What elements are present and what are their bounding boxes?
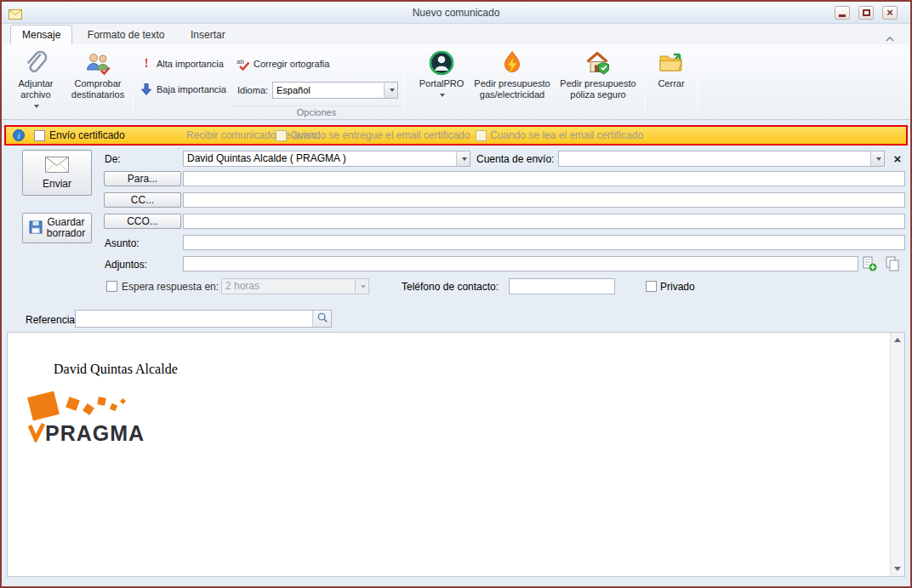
de-combo[interactable]: David Quintas Alcalde ( PRAGMA ) [183, 151, 470, 167]
ribbon-separator [403, 49, 404, 113]
low-importance-icon [140, 83, 153, 96]
de-label: De: [105, 153, 121, 165]
envio-certificado-checkbox[interactable] [34, 130, 45, 141]
add-attachment-button[interactable] [862, 256, 879, 271]
cco-button[interactable]: CCO... [104, 214, 181, 229]
referencia-search-button[interactable] [312, 311, 331, 327]
guardar-borrador-button[interactable]: Guardar borrador [22, 213, 92, 243]
scroll-up-button[interactable] [891, 333, 904, 347]
titlebar: Nuevo comunicado × [2, 2, 910, 24]
privado-checkbox[interactable] [646, 281, 657, 292]
cuenta-envio-dropdown-icon[interactable] [870, 151, 884, 166]
cuenta-envio-label: Cuenta de envío: [476, 153, 554, 165]
clear-icon: × [894, 151, 902, 166]
espera-respuesta-label: Espera respuesta en: [122, 281, 219, 293]
collapse-ribbon-icon[interactable] [885, 31, 895, 37]
ribbon-separator [133, 49, 134, 113]
cco-input[interactable] [183, 214, 905, 229]
send-envelope-icon [45, 157, 69, 175]
paperclip-icon [22, 49, 49, 77]
gas-electricity-icon [499, 49, 526, 77]
cc-button[interactable]: CC... [104, 192, 181, 208]
de-dropdown-icon[interactable] [456, 151, 470, 166]
espera-respuesta-value: 2 horas [222, 279, 355, 294]
de-value: David Quintas Alcalde ( PRAGMA ) [184, 151, 456, 166]
corregir-ortografia-button[interactable]: ab Corregir ortografia [237, 56, 329, 71]
logo-shape [66, 397, 80, 411]
portalpro-icon [428, 49, 455, 77]
scroll-up-icon [894, 338, 901, 342]
tab-insertar[interactable]: Insertar [180, 26, 237, 45]
logo-shape [83, 403, 94, 415]
message-body[interactable]: David Quintas Alcalde PRAGMA [7, 332, 905, 577]
logo-shape [27, 391, 60, 421]
svg-text:ab: ab [237, 58, 244, 66]
cuenta-envio-value [559, 151, 870, 166]
cuando-entregue-label: Cuando se entregue el email certificado [290, 129, 470, 141]
close-icon: × [886, 8, 893, 18]
window-title: Nuevo comunicado [2, 7, 910, 19]
cuando-lea-label: Cuando se lea el email certificado [490, 129, 643, 141]
telefono-label: Teléfono de contacto: [402, 281, 499, 293]
save-draft-icon [29, 220, 43, 237]
cc-input[interactable] [183, 192, 905, 208]
check-recipients-icon [84, 49, 111, 77]
cuando-lea-checkbox[interactable] [476, 130, 487, 141]
idioma-value: Español [273, 83, 384, 98]
adjuntos-input[interactable] [183, 256, 858, 271]
cuenta-envio-combo[interactable] [558, 151, 885, 167]
para-button[interactable]: Para... [104, 171, 181, 186]
portalpro-button[interactable]: PortalPRO [417, 47, 466, 117]
adjuntar-dropdown-icon [34, 105, 39, 108]
close-window-button[interactable]: × [882, 6, 898, 20]
pedir-presupuesto-seguro-button[interactable]: Pedir presupuesto póliza seguro [556, 47, 640, 117]
ribbon: Adjuntar archivo Comprobar destinatarios… [2, 44, 910, 120]
asunto-input[interactable] [183, 235, 905, 250]
espera-respuesta-checkbox[interactable] [106, 281, 117, 292]
tab-formato-de-texto[interactable]: Formato de texto [77, 26, 176, 45]
body-scrollbar[interactable] [890, 333, 904, 576]
comprobar-destinatarios-button[interactable]: Comprobar destinatarios [65, 47, 131, 117]
adjuntos-label: Adjuntos: [105, 259, 147, 271]
house-shield-icon [584, 49, 612, 77]
group-opciones-caption: Opciones [231, 106, 402, 117]
ribbon-separator [645, 49, 646, 113]
referencia-label: Referencia: [26, 314, 77, 326]
cuando-entregue-checkbox[interactable] [276, 130, 287, 141]
envio-certificado-label: Envío certificado [49, 129, 125, 141]
minimize-icon [839, 14, 846, 17]
idioma-label: Idioma: [237, 85, 268, 95]
para-input[interactable] [183, 171, 905, 186]
referencia-input[interactable] [75, 310, 332, 328]
idioma-dropdown-icon[interactable] [384, 83, 397, 98]
close-folder-icon [658, 49, 685, 77]
telefono-input[interactable] [509, 278, 615, 294]
spellcheck-icon: ab [237, 57, 250, 71]
minimize-button[interactable] [835, 6, 850, 20]
scroll-down-button[interactable] [891, 562, 904, 576]
enviar-button[interactable]: Enviar [22, 150, 92, 196]
scroll-down-icon [894, 567, 901, 571]
pragma-logo-mark [28, 422, 45, 446]
maximize-button[interactable] [858, 6, 874, 20]
adjuntar-archivo-button[interactable]: Adjuntar archivo [9, 47, 63, 117]
pragma-logo: PRAGMA [28, 394, 190, 454]
asunto-label: Asunto: [105, 237, 140, 249]
privado-label: Privado [660, 281, 695, 293]
logo-shape [110, 403, 117, 411]
idioma-combo[interactable]: Español [272, 82, 398, 99]
certified-email-banner: i Envío certificado Recibir comunicado d… [4, 125, 908, 146]
espera-respuesta-dropdown-icon [355, 279, 368, 294]
alta-importancia-button[interactable]: ! Alta importancia [140, 56, 224, 71]
search-icon [316, 311, 328, 327]
logo-shape [120, 398, 126, 404]
copy-attachments-button[interactable] [884, 255, 901, 272]
baja-importancia-button[interactable]: Baja importancia [140, 82, 226, 97]
pedir-presupuesto-gas-button[interactable]: Pedir presupuesto gas/electricidad [471, 47, 553, 117]
clear-cuenta-button[interactable]: × [890, 151, 905, 167]
cerrar-button[interactable]: Cerrar [650, 47, 693, 117]
copy-icon [884, 260, 901, 275]
new-message-window: Nuevo comunicado × Mensaje Formato de te… [0, 0, 912, 588]
pragma-logo-text: PRAGMA [45, 421, 145, 446]
tab-mensaje[interactable]: Mensaje [10, 25, 72, 44]
